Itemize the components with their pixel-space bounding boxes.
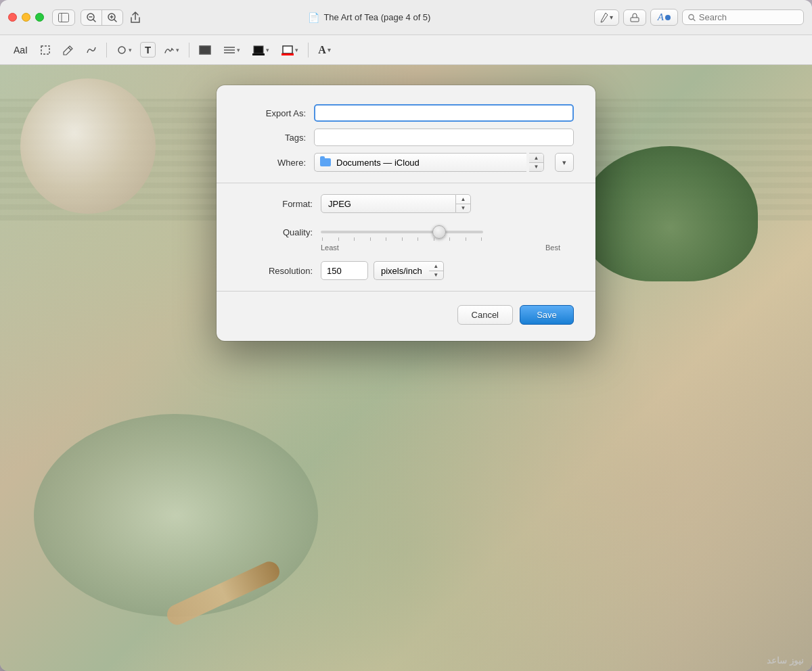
format-select[interactable]: JPEG (321, 194, 456, 213)
sidebar-toggle-group (52, 9, 75, 26)
stamp-button[interactable] (623, 9, 646, 26)
svg-rect-15 (200, 46, 210, 54)
tick-4 (370, 237, 371, 241)
text-size-button[interactable]: AaI (9, 42, 32, 58)
font-button[interactable]: A ▾ (314, 41, 335, 59)
selection-button[interactable] (36, 42, 55, 58)
where-stepper-up[interactable]: ▲ (529, 154, 543, 163)
quality-max-label: Best (545, 244, 560, 252)
where-stepper-down[interactable]: ▼ (529, 163, 543, 172)
separator-2 (189, 43, 189, 57)
tick-1 (322, 237, 323, 241)
svg-line-13 (68, 47, 71, 50)
close-button[interactable] (8, 13, 17, 22)
svg-rect-23 (281, 53, 294, 55)
dialog-divider-1 (217, 183, 595, 183)
tags-row: Tags: (238, 129, 574, 146)
tick-7 (418, 237, 418, 241)
search-icon (688, 14, 696, 22)
tags-input[interactable] (314, 129, 574, 146)
where-stepper[interactable]: ▲ ▼ (529, 153, 544, 172)
resolution-unit[interactable]: pixels/inch (374, 261, 429, 280)
fill-color-icon (252, 45, 265, 55)
quality-slider[interactable] (321, 231, 483, 233)
annotation-button[interactable]: A (650, 9, 678, 26)
resolution-unit-wrap: pixels/inch ▲ ▼ (374, 261, 444, 280)
resolution-stepper-down[interactable]: ▼ (429, 271, 443, 280)
font-icon: A (318, 44, 326, 56)
where-select[interactable]: Documents — iCloud (314, 153, 526, 172)
stroke-chevron: ▾ (295, 47, 298, 53)
separator-3 (308, 43, 309, 57)
options-section: Format: JPEG ▲ ▼ Qua (238, 194, 574, 280)
tags-label: Tags: (238, 133, 306, 143)
window-title: The Art of Tea (page 4 of 5) (323, 12, 430, 22)
stroke-color-button[interactable]: ▾ (277, 42, 302, 58)
fill-color-button[interactable]: ▾ (248, 42, 273, 58)
cancel-button[interactable]: Cancel (457, 305, 513, 325)
svg-rect-9 (631, 18, 639, 22)
draw-button[interactable] (59, 42, 78, 58)
format-value: JPEG (328, 199, 351, 209)
format-label: Format: (252, 199, 313, 209)
text-tool-button[interactable]: T (140, 42, 156, 57)
sign-button[interactable]: ▾ (160, 42, 183, 58)
resolution-input[interactable] (321, 261, 368, 280)
shape-icon (116, 45, 127, 55)
format-stepper-up[interactable]: ▲ (456, 195, 470, 204)
pen-tool-button[interactable]: ▾ (594, 9, 619, 26)
svg-rect-19 (254, 46, 263, 53)
dialog-buttons: Cancel Save (238, 305, 574, 325)
format-stepper[interactable]: ▲ ▼ (456, 194, 471, 213)
shape-button[interactable]: ▾ (112, 42, 136, 58)
tick-11 (481, 237, 482, 241)
zoom-in-button[interactable] (102, 10, 122, 25)
dialog-divider-2 (217, 291, 595, 292)
where-control: Documents — iCloud ▲ ▼ ▾ (314, 153, 574, 172)
share-button[interactable] (126, 9, 145, 26)
lines-icon (223, 45, 235, 55)
zoom-out-button[interactable] (81, 10, 102, 25)
rectangle-button[interactable] (195, 43, 215, 57)
where-row: Where: Documents — iCloud ▲ ▼ ▾ (238, 153, 574, 172)
content-area: Export As: Tags: Where: Documents — iClo… (0, 65, 812, 671)
resolution-stepper-up[interactable]: ▲ (429, 262, 443, 271)
format-row: Format: JPEG ▲ ▼ (252, 194, 560, 213)
rectangle-icon (199, 45, 211, 55)
search-input[interactable] (699, 12, 798, 22)
svg-line-4 (93, 19, 96, 22)
zoom-group (81, 9, 123, 26)
sidebar-toggle-button[interactable] (53, 10, 74, 25)
titlebar: 📄 The Art of Tea (page 4 of 5) ▾ A (0, 0, 812, 35)
lines-chevron: ▾ (237, 47, 240, 53)
tick-9 (449, 237, 450, 241)
quality-min-label: Least (321, 244, 339, 252)
resolution-stepper[interactable]: ▲ ▼ (429, 261, 444, 280)
where-dropdown-button[interactable]: ▾ (555, 153, 574, 172)
minimize-button[interactable] (22, 13, 30, 22)
format-stepper-down[interactable]: ▼ (456, 204, 470, 213)
titlebar-right-tools: ▾ A (594, 9, 804, 26)
annotation-toolbar: AaI ▾ T (0, 35, 812, 65)
sign-chevron: ▾ (176, 47, 179, 53)
draw-icon (63, 45, 74, 55)
sign-icon (164, 45, 175, 55)
lines-button[interactable]: ▾ (219, 43, 244, 57)
folder-icon (320, 158, 331, 166)
export-as-input[interactable] (314, 104, 574, 122)
quality-row: Quality: (252, 224, 560, 241)
path-button[interactable] (82, 42, 101, 58)
save-button[interactable]: Save (520, 305, 574, 325)
window-title-area: 📄 The Art of Tea (page 4 of 5) (145, 12, 594, 23)
tick-6 (402, 237, 403, 241)
watermark: نیوز ساعد (767, 655, 804, 666)
export-as-row: Export As: (238, 104, 574, 122)
resolution-row: Resolution: pixels/inch ▲ ▼ (252, 261, 560, 280)
app-window: 📄 The Art of Tea (page 4 of 5) ▾ A (0, 0, 812, 671)
path-icon (86, 45, 97, 55)
maximize-button[interactable] (35, 13, 44, 22)
tick-10 (466, 237, 466, 241)
selection-icon (40, 45, 51, 55)
shape-chevron: ▾ (129, 47, 132, 53)
export-as-label: Export As: (238, 108, 306, 118)
